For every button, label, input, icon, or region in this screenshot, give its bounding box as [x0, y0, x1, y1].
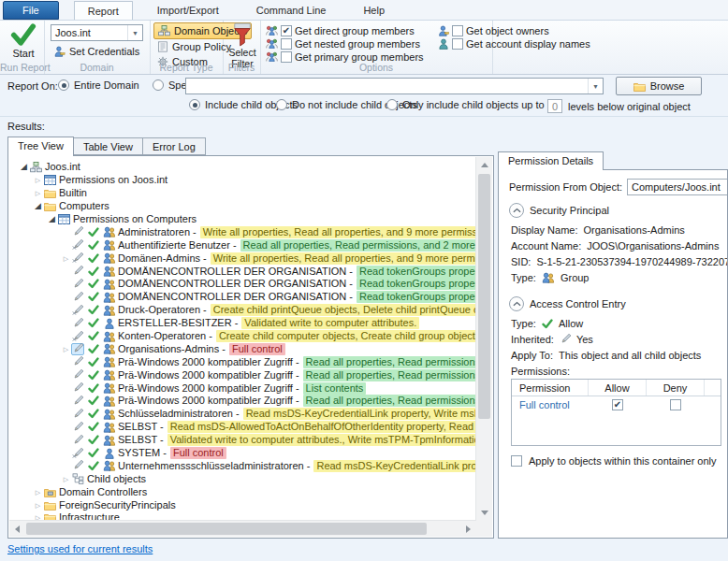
- tree-item-permission[interactable]: DOMÄNENCONTROLLER DER ORGANISATION -Read…: [13, 291, 476, 304]
- domain-combobox[interactable]: Joos.int ▼: [51, 24, 143, 41]
- results-label: Results:: [7, 121, 45, 132]
- vertical-scroll-thumb[interactable]: [478, 174, 490, 419]
- allow-checkbox[interactable]: [612, 399, 623, 410]
- tree-item[interactable]: ▷Domain Controllers: [13, 485, 476, 498]
- option-get-direct-group-members[interactable]: Get direct group members: [266, 24, 415, 36]
- collapse-section-button[interactable]: [509, 203, 524, 218]
- checkbox-icon[interactable]: [281, 51, 292, 63]
- tab-tree-view[interactable]: Tree View: [7, 137, 74, 156]
- ribbon-tab-file[interactable]: File: [3, 1, 59, 20]
- vertical-scrollbar[interactable]: [475, 157, 492, 521]
- expand-arrow-icon[interactable]: ▷: [61, 252, 71, 265]
- tree-item[interactable]: ◢Computers: [13, 200, 476, 213]
- horizontal-scrollbar[interactable]: [9, 520, 476, 537]
- tree-item-permission[interactable]: ▷Organisations-Admins -Full control: [13, 342, 476, 355]
- set-credentials-button[interactable]: Set Credentials: [51, 45, 142, 58]
- tree-item-permission[interactable]: SELBST -Read msDS-AllowedToActOnBehalfOf…: [13, 421, 476, 434]
- start-button[interactable]: Start: [7, 23, 39, 59]
- tree-item[interactable]: ◢Permissions on Computers: [13, 213, 476, 226]
- container-only-checkbox[interactable]: [511, 455, 522, 467]
- scroll-left-icon[interactable]: [15, 525, 20, 533]
- expand-arrow-icon[interactable]: ▷: [61, 473, 71, 485]
- tree-item[interactable]: ▷ForeignSecurityPrincipals: [13, 498, 476, 511]
- option-get-object-owners[interactable]: Get object owners: [438, 24, 549, 36]
- collapse-arrow-icon[interactable]: ◢: [47, 213, 57, 225]
- tree-item-permission[interactable]: ▷Domänen-Admins -Write all properties, R…: [13, 252, 476, 265]
- from-object-field[interactable]: Computers/Joos.int: [627, 179, 728, 195]
- chevron-down-icon[interactable]: ▼: [588, 79, 603, 94]
- tree-item-permission[interactable]: Schlüsseladministratoren -Read msDS-KeyC…: [13, 408, 476, 421]
- levels-input[interactable]: 0: [547, 99, 562, 113]
- tree-item-permission[interactable]: Prä-Windows 2000 kompatibler Zugriff -Re…: [13, 368, 476, 381]
- tab-table-view[interactable]: Table View: [74, 137, 143, 155]
- tab-error-log[interactable]: Error Log: [143, 137, 206, 155]
- checkbox-icon[interactable]: [452, 25, 463, 36]
- group-label-options: Options: [260, 62, 492, 73]
- tree-item-permission[interactable]: Unternehmenssschlüsseladministratoren -R…: [13, 459, 476, 472]
- tree-item-permission[interactable]: Druck-Operatoren -Create child printQueu…: [13, 304, 476, 317]
- radio-icon[interactable]: [58, 79, 69, 91]
- ribbon-tab-command-line[interactable]: Command Line: [243, 1, 340, 20]
- radio-entire-domain[interactable]: Entire Domain: [58, 79, 139, 91]
- object-owner-icon: [438, 25, 449, 36]
- tree-item-permission[interactable]: Konten-Operatoren -Create child computer…: [13, 330, 476, 343]
- chevron-down-icon[interactable]: ▼: [127, 25, 142, 40]
- tree-item-permission[interactable]: Administratoren -Write all properties, R…: [13, 225, 476, 238]
- tree-item[interactable]: ▷Builtin: [13, 187, 476, 200]
- tree-item-permission[interactable]: DOMÄNENCONTROLLER DER ORGANISATION -Read…: [13, 265, 476, 278]
- permission-details-tab[interactable]: Permission Details: [498, 151, 604, 170]
- ribbon-tab-help[interactable]: Help: [350, 1, 398, 20]
- tree-item-permission[interactable]: ERSTELLER-BESITZER -Validated write to c…: [13, 317, 476, 330]
- radio-only-include-child-objects-up-[interactable]: Only include child objects up to: [386, 99, 545, 110]
- expand-arrow-icon[interactable]: ▷: [33, 499, 43, 511]
- tree-item-permission[interactable]: DOMÄNENCONTROLLER DER ORGANISATION -Read…: [13, 278, 476, 291]
- permission-name-link[interactable]: Full control: [512, 396, 589, 412]
- tree-item-permission[interactable]: Prä-Windows 2000 kompatibler Zugriff -Re…: [13, 395, 476, 408]
- tree-item-permission[interactable]: SELBST -Validated write to computer attr…: [13, 434, 476, 447]
- radio-icon[interactable]: [276, 99, 287, 110]
- collapse-arrow-icon[interactable]: ◢: [19, 161, 29, 173]
- specific-object-field[interactable]: ▼: [185, 78, 604, 94]
- scroll-down-icon[interactable]: [481, 511, 488, 515]
- tree-item-permission[interactable]: Prä-Windows 2000 kompatibler Zugriff -Li…: [13, 381, 476, 395]
- permission-summary: Read msDS-KeyCredentialLink property, Wr…: [313, 460, 476, 472]
- group-icon: [102, 369, 116, 381]
- checkbox-icon[interactable]: [281, 25, 292, 36]
- principal-name: ERSTELLER-BESITZER -: [118, 317, 238, 329]
- principal-name: DOMÄNENCONTROLLER DER ORGANISATION -: [118, 278, 353, 290]
- inherited-pen-icon: [71, 395, 84, 407]
- group-icon: [102, 395, 116, 407]
- tree-item-permission[interactable]: Authentifizierte Benutzer -Read all prop…: [13, 238, 476, 252]
- checkbox-icon[interactable]: [452, 38, 463, 50]
- permissions-table-row: Full control: [512, 396, 721, 412]
- radio-icon[interactable]: [189, 99, 200, 110]
- expand-arrow-icon[interactable]: ▷: [33, 187, 43, 199]
- checkbox-icon[interactable]: [281, 38, 292, 50]
- radio-icon[interactable]: [386, 99, 398, 110]
- collapse-section-button[interactable]: [509, 296, 524, 311]
- radio-icon[interactable]: [153, 79, 164, 91]
- tree-item-permission[interactable]: SYSTEM -Full control: [13, 447, 476, 460]
- expand-arrow-icon[interactable]: ▷: [33, 486, 43, 498]
- option-get-account-display-names[interactable]: Get account display names: [438, 37, 590, 50]
- from-object-value: Computers/Joos.int: [632, 181, 721, 193]
- tree-item[interactable]: ◢Joos.int: [13, 161, 476, 174]
- horizontal-scroll-thumb[interactable]: [26, 523, 427, 535]
- expand-arrow-icon[interactable]: ▷: [61, 343, 71, 355]
- scroll-right-icon[interactable]: [466, 525, 471, 533]
- expand-arrow-icon[interactable]: ▷: [33, 174, 43, 186]
- allow-check-icon: [86, 460, 100, 472]
- scroll-up-icon[interactable]: [481, 163, 488, 167]
- tree-item-permission[interactable]: Prä-Windows 2000 kompatibler Zugriff -Re…: [13, 355, 476, 368]
- option-get-nested-group-members[interactable]: Get nested group members: [266, 37, 420, 50]
- tree-item[interactable]: ▷Permissions on Joos.int: [13, 174, 476, 187]
- permission-summary: Full control: [170, 447, 226, 459]
- ribbon-tab-import-export[interactable]: Import/Export: [144, 1, 232, 20]
- deny-checkbox[interactable]: [670, 399, 681, 410]
- settings-used-link[interactable]: Settings used for current results: [7, 543, 153, 554]
- browse-button[interactable]: Browse: [616, 77, 702, 95]
- group-members-icon: [266, 51, 278, 62]
- ribbon-tab-report[interactable]: Report: [74, 1, 133, 20]
- tree-item[interactable]: ▷Child objects: [13, 472, 476, 485]
- collapse-arrow-icon[interactable]: ◢: [33, 200, 43, 212]
